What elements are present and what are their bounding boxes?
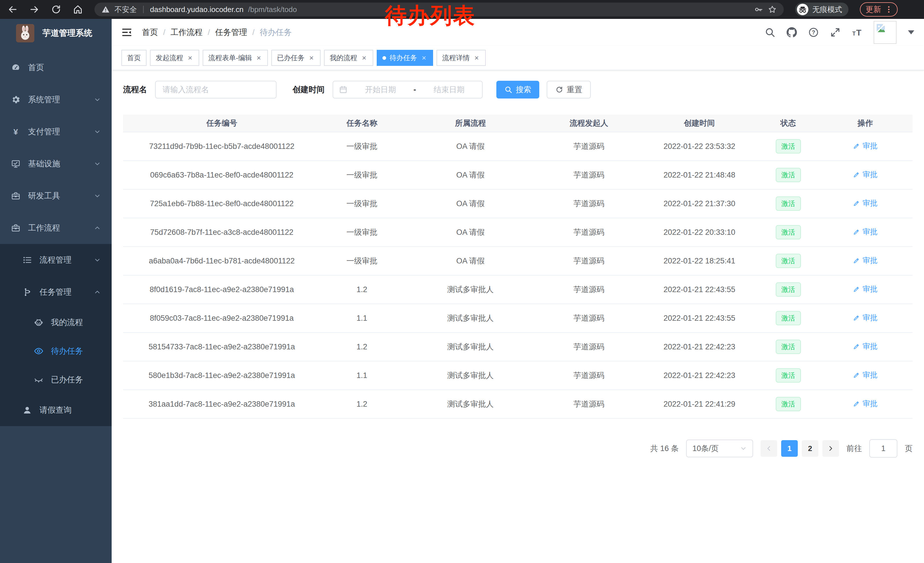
tab-close-icon[interactable]: × — [361, 54, 368, 61]
search-button[interactable]: 搜索 — [496, 81, 539, 99]
page-button-2[interactable]: 2 — [802, 440, 818, 457]
forward-icon[interactable] — [29, 4, 39, 15]
tab-close-icon[interactable]: × — [473, 54, 480, 61]
bookmark-star-icon[interactable] — [768, 5, 777, 14]
tab-close-icon[interactable]: × — [420, 54, 428, 61]
sidebar-item-process-mgmt[interactable]: 流程管理 — [0, 244, 112, 276]
chevron-down-icon — [94, 161, 101, 167]
chevron-down-icon — [94, 257, 101, 263]
created-time-cell: 2022-01-22 21:48:48 — [640, 171, 759, 180]
app-logo[interactable]: 芋道管理系统 — [0, 19, 112, 48]
page-size-select[interactable]: 10条/页 — [686, 440, 753, 457]
status-cell: 激活 — [759, 311, 818, 325]
tab-my-process[interactable]: 我的流程× — [324, 50, 373, 66]
sidebar-item-my-process[interactable]: 我的流程 — [0, 308, 112, 337]
jump-page-input[interactable] — [869, 439, 897, 458]
status-cell: 激活 — [759, 139, 818, 153]
sidebar-item-devtools[interactable]: 研发工具 — [0, 180, 112, 212]
tab-todo-task[interactable]: 待办任务× — [377, 50, 433, 66]
sidebar-collapse-icon[interactable] — [122, 27, 132, 38]
monitor-icon — [11, 159, 21, 169]
approve-link[interactable]: 审批 — [853, 141, 878, 151]
status-cell: 激活 — [759, 254, 818, 268]
process-cell: OA 请假 — [404, 198, 538, 209]
process-cell: 测试多审批人 — [404, 313, 538, 323]
reload-icon[interactable] — [51, 4, 61, 15]
next-page-button[interactable] — [822, 440, 839, 457]
sidebar-item-label: 研发工具 — [28, 191, 60, 201]
breadcrumb-item[interactable]: 任务管理 — [215, 27, 248, 38]
sidebar-item-system[interactable]: 系统管理 — [0, 84, 112, 116]
tab-close-icon[interactable]: × — [187, 54, 194, 61]
tab-label: 流程表单-编辑 — [208, 53, 252, 62]
tab-start-process[interactable]: 发起流程× — [150, 50, 199, 66]
approve-link[interactable]: 审批 — [853, 399, 878, 408]
tab-close-icon[interactable]: × — [308, 54, 315, 61]
font-size-icon[interactable]: TT — [852, 27, 862, 38]
sidebar-item-home[interactable]: 首页 — [0, 51, 112, 84]
sidebar-item-infra[interactable]: 基础设施 — [0, 148, 112, 180]
github-icon[interactable] — [787, 27, 797, 38]
table-row: 725a1eb6-7b88-11ec-8ef0-acde48001122一级审批… — [123, 189, 912, 218]
breadcrumb-item[interactable]: 首页 — [142, 27, 158, 38]
user-icon — [22, 405, 32, 415]
approve-link[interactable]: 审批 — [853, 198, 878, 208]
key-icon[interactable] — [754, 5, 763, 14]
approve-link[interactable]: 审批 — [853, 370, 878, 380]
magnifier-icon — [504, 86, 512, 94]
approve-link[interactable]: 审批 — [853, 255, 878, 266]
avatar[interactable] — [874, 21, 897, 44]
starter-cell: 芋道源码 — [538, 141, 640, 152]
created-time-cell: 2022-01-21 22:42:23 — [640, 342, 759, 351]
tab-done-task[interactable]: 已办任务× — [272, 50, 321, 66]
action-cell: 审批 — [818, 399, 912, 410]
back-icon[interactable] — [8, 4, 18, 15]
sidebar-item-leave-query[interactable]: 请假查询 — [0, 394, 112, 426]
fullscreen-icon[interactable] — [830, 27, 840, 38]
sidebar-item-done-task[interactable]: 已办任务 — [0, 365, 112, 394]
filter-bar: 流程名 创建时间 开始日期 - 结束日期 搜索 重置 — [123, 81, 912, 99]
sidebar-item-workflow[interactable]: 工作流程 — [0, 212, 112, 244]
svg-text:T: T — [856, 28, 861, 37]
sidebar-item-task-mgmt[interactable]: 任务管理 — [0, 276, 112, 308]
tab-close-icon[interactable]: × — [255, 54, 262, 61]
sidebar-item-payment[interactable]: ¥支付管理 — [0, 116, 112, 148]
task-id-cell: 381aa1dd-7ac8-11ec-a9e2-a2380e71991a — [123, 400, 321, 408]
chevron-down-icon — [740, 445, 747, 452]
pencil-icon — [853, 171, 860, 179]
avatar-caret-icon[interactable] — [908, 30, 914, 35]
home-icon[interactable] — [73, 4, 83, 15]
status-cell: 激活 — [759, 339, 818, 354]
help-icon[interactable]: ? — [808, 27, 819, 38]
task-name-cell: 1.2 — [321, 400, 404, 408]
chrome-update-button[interactable]: 更新 — [860, 2, 898, 17]
sidebar: 芋道管理系统 首页系统管理¥支付管理基础设施研发工具工作流程流程管理任务管理我的… — [0, 19, 112, 563]
process-cell: 测试多审批人 — [404, 342, 538, 352]
search-button-label: 搜索 — [516, 84, 531, 95]
navbar: 首页/工作流程/任务管理/待办任务 ? TT — [112, 19, 924, 46]
process-name-input[interactable] — [155, 81, 276, 99]
approve-label: 审批 — [862, 255, 878, 266]
process-cell: 测试多审批人 — [404, 284, 538, 295]
tab-home[interactable]: 首页 — [122, 50, 147, 66]
created-time-cell: 2022-01-22 20:33:10 — [640, 228, 759, 237]
breadcrumb-separator: / — [208, 28, 210, 37]
breadcrumb-item[interactable]: 工作流程 — [171, 27, 202, 38]
status-cell: 激活 — [759, 368, 818, 383]
sidebar-item-todo-task[interactable]: 待办任务 — [0, 337, 112, 365]
reset-button[interactable]: 重置 — [547, 81, 591, 99]
approve-link[interactable]: 审批 — [853, 313, 878, 323]
date-range-input[interactable]: 开始日期 - 结束日期 — [333, 81, 483, 99]
address-bar[interactable]: 不安全 dashboard.yudao.iocoder.cn/bpm/task/… — [94, 3, 784, 17]
approve-link[interactable]: 审批 — [853, 227, 878, 237]
approve-link[interactable]: 审批 — [853, 284, 878, 294]
sidebar-item-label: 系统管理 — [28, 94, 60, 105]
browser-menu-icon[interactable] — [886, 5, 892, 14]
prev-page-button[interactable] — [760, 440, 777, 457]
search-icon[interactable] — [765, 27, 775, 38]
tab-form-edit[interactable]: 流程表单-编辑× — [202, 50, 268, 66]
approve-link[interactable]: 审批 — [853, 341, 878, 351]
tab-process-detail[interactable]: 流程详情× — [436, 50, 486, 66]
approve-link[interactable]: 审批 — [853, 170, 878, 180]
page-button-1[interactable]: 1 — [781, 440, 798, 457]
